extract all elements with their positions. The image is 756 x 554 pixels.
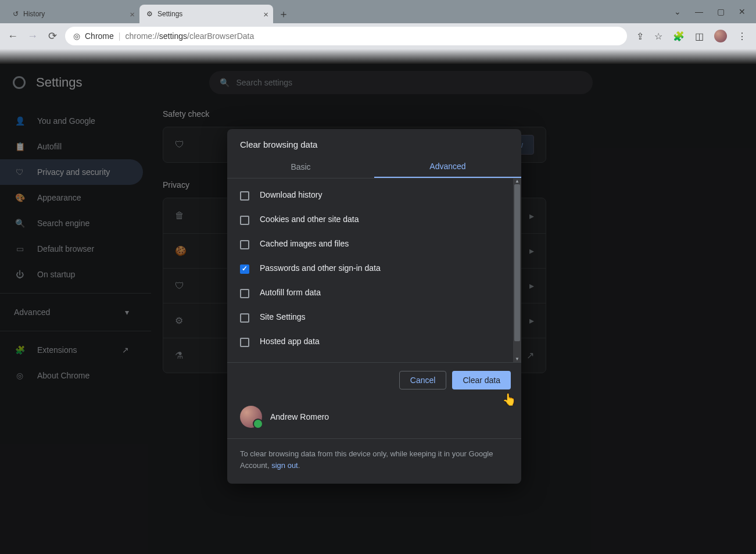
profile-avatar[interactable] [714,30,727,42]
sidepanel-icon[interactable]: ◫ [695,31,704,42]
address-bar: ← → ⟳ ◎ Chrome | chrome://settings/clear… [0,23,756,49]
option-label: Autofill form data [260,288,321,297]
window-controls: ⌄ — ▢ ✕ [664,0,756,23]
option-autofill-form[interactable]: Autofill form data [227,281,521,305]
close-icon[interactable]: × [130,9,135,19]
dialog-options-list: Download history Cookies and other site … [227,178,521,362]
checkbox[interactable] [240,191,249,201]
cancel-button[interactable]: Cancel [399,371,447,389]
checkbox[interactable] [240,216,249,225]
option-download-history[interactable]: Download history [227,183,521,208]
maximize-icon[interactable]: ▢ [717,7,725,16]
history-icon: ↺ [13,10,19,18]
new-tab-button[interactable]: ＋ [275,6,292,22]
scrollbar-thumb[interactable] [514,184,520,341]
url-origin: Chrome [85,31,114,41]
back-button[interactable]: ← [6,29,20,43]
option-label: Download history [260,190,322,199]
option-cached-images[interactable]: Cached images and files [227,232,521,256]
scroll-down-icon[interactable]: ▼ [513,356,521,362]
checkbox[interactable] [240,240,249,249]
share-icon[interactable]: ⇪ [636,31,644,42]
option-cookies[interactable]: Cookies and other site data [227,208,521,232]
checkbox[interactable] [240,265,249,274]
option-label: Site Settings [260,312,306,321]
tab-history[interactable]: ↺ History × [6,5,139,23]
checkbox[interactable] [240,289,249,298]
option-label: Hosted app data [260,337,320,346]
reload-button[interactable]: ⟳ [45,29,59,43]
tab-advanced[interactable]: Advanced [374,155,521,178]
forward-button[interactable]: → [26,29,40,43]
tab-strip: ↺ History × ⚙ Settings × ＋ [0,0,756,23]
option-label: Passwords and other sign-in data [260,263,381,273]
close-icon[interactable]: × [263,9,268,19]
chevron-down-icon[interactable]: ⌄ [674,7,681,16]
tab-settings[interactable]: ⚙ Settings × [139,5,273,23]
option-site-settings[interactable]: Site Settings [227,305,521,330]
option-label: Cached images and files [260,239,349,248]
option-hosted-app[interactable]: Hosted app data [227,330,521,354]
checkbox[interactable] [240,338,249,347]
user-avatar [240,406,262,428]
close-window-icon[interactable]: ✕ [739,7,746,16]
checkbox[interactable] [240,313,249,323]
url-text: chrome://settings/clearBrowserData [125,31,254,41]
user-name: Andrew Romero [270,412,329,421]
gear-icon: ⚙ [146,10,153,18]
option-passwords[interactable]: Passwords and other sign-in data [227,256,521,281]
scroll-up-icon[interactable]: ▲ [513,178,521,184]
tab-label: History [23,10,45,18]
bookmark-icon[interactable]: ☆ [654,31,662,42]
sign-out-link[interactable]: sign out [271,461,298,470]
menu-icon[interactable]: ⋮ [737,31,747,42]
clear-data-button[interactable]: Clear data [452,371,511,389]
settings-page: Settings 🔍 Search settings 👤You and Goog… [0,64,756,554]
dialog-tabs: Basic Advanced [227,155,521,178]
dialog-actions: Cancel Clear data [227,362,521,398]
clear-browsing-data-dialog: Clear browsing data Basic Advanced Downl… [227,129,521,484]
minimize-icon[interactable]: — [695,7,703,16]
dialog-footer-note: To clear browsing data from this device … [227,438,521,484]
option-label: Cookies and other site data [260,215,359,224]
tab-label: Settings [157,10,182,18]
extensions-icon[interactable]: 🧩 [673,31,685,42]
chrome-icon: ◎ [73,31,80,41]
omnibox[interactable]: ◎ Chrome | chrome://settings/clearBrowse… [65,27,627,45]
tab-basic[interactable]: Basic [227,155,374,178]
dialog-title: Clear browsing data [227,129,521,155]
dialog-scrollbar[interactable]: ▲ ▼ [513,178,521,362]
dialog-user-row: Andrew Romero [227,398,521,431]
